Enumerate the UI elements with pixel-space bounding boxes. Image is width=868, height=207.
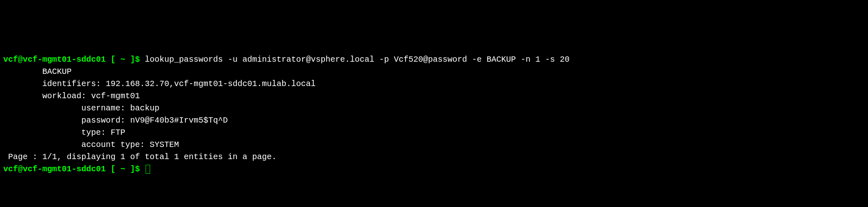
prompt-userhost: vcf@vcf-mgmt01-sddc01	[3, 55, 106, 64]
cursor-icon	[146, 165, 150, 174]
command-text: lookup_passwords -u administrator@vspher…	[145, 55, 569, 64]
output-account-type: account type: SYSTEM	[3, 139, 865, 151]
prompt-path: [ ~ ]$	[106, 164, 145, 174]
output-pager: Page : 1/1, displaying 1 of total 1 enti…	[3, 151, 865, 163]
prompt-line-2: vcf@vcf-mgmt01-sddc01 [ ~ ]$	[3, 163, 865, 175]
prompt-path: [ ~ ]$	[106, 55, 145, 64]
prompt-line-1: vcf@vcf-mgmt01-sddc01 [ ~ ]$ lookup_pass…	[3, 54, 865, 66]
output-password: password: nV9@F40b3#Irvm5$Tq^D	[3, 114, 865, 127]
output-identifiers: identifiers: 192.168.32.70,vcf-mgmt01-sd…	[3, 78, 865, 90]
prompt-userhost: vcf@vcf-mgmt01-sddc01	[3, 164, 106, 174]
output-workload: workload: vcf-mgmt01	[3, 90, 865, 102]
output-type: type: FTP	[3, 127, 865, 139]
output-username: username: backup	[3, 102, 865, 114]
terminal-output[interactable]: vcf@vcf-mgmt01-sddc01 [ ~ ]$ lookup_pass…	[3, 54, 865, 175]
output-header: BACKUP	[3, 66, 865, 78]
